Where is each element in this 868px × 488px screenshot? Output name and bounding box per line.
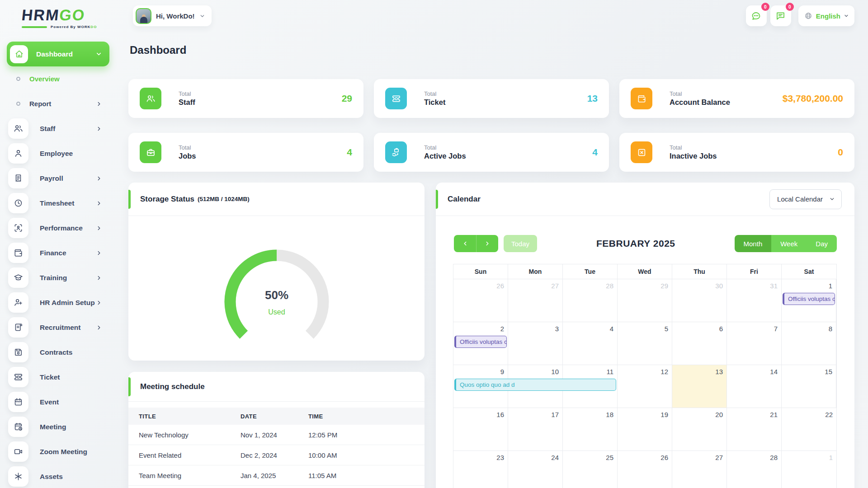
page-title: Dashboard — [130, 44, 186, 56]
chat-button[interactable]: 0 — [746, 5, 767, 26]
sidebar-item-zoom-meeting[interactable]: Zoom Meeting — [0, 439, 117, 464]
sidebar-item-timesheet[interactable]: Timesheet — [0, 191, 117, 216]
sidebar-item-assets[interactable]: Assets — [0, 464, 117, 488]
sidebar-item-performance[interactable]: Performance — [0, 216, 117, 240]
globe-icon — [804, 11, 813, 20]
calendar-day-cell[interactable]: 28 — [563, 279, 618, 322]
sidebar-item-training[interactable]: Training — [0, 265, 117, 290]
asterisk-icon — [8, 466, 28, 487]
calendar-week-row: 2324252627281 — [453, 450, 836, 488]
sidebar-item-recruitment[interactable]: Recruitment — [0, 315, 117, 340]
calendar-prev-button[interactable] — [454, 235, 476, 252]
language-selector[interactable]: English — [798, 5, 854, 26]
sidebar-item-event[interactable]: Event — [0, 389, 117, 414]
app-logo: HRMGO Powered By WORKDO — [22, 6, 97, 29]
sidebar-item-overview[interactable]: Overview — [0, 66, 117, 91]
calendar-day-cell[interactable]: 20 — [672, 408, 727, 450]
calendar-day-cell[interactable]: 15 — [782, 365, 836, 408]
chevron-right-icon — [484, 240, 491, 247]
sidebar-item-meeting[interactable]: Meeting — [0, 414, 117, 439]
calendar-day-cell[interactable]: 6 — [672, 322, 727, 365]
calendar-source-select[interactable]: Local Calendar — [769, 189, 842, 209]
chevron-right-icon — [96, 275, 102, 281]
sidebar-item-payroll[interactable]: Payroll — [0, 166, 117, 191]
sidebar-item-ticket[interactable]: Ticket — [0, 365, 117, 389]
stat-label: Inactive Jobs — [670, 152, 717, 160]
storage-subtitle: (512MB / 1024MB) — [198, 196, 250, 202]
calendar-day-cell[interactable]: 23 — [453, 451, 508, 488]
calendar-day-header: Wed — [618, 264, 672, 279]
calendar-view-month[interactable]: Month — [735, 235, 772, 252]
storage-title: Storage Status — [140, 195, 194, 204]
sidebar-item-label: Payroll — [40, 174, 63, 183]
sidebar-item-finance[interactable]: Finance — [0, 240, 117, 265]
calendar-day-cell[interactable]: 25 — [563, 451, 618, 488]
calendar-day-cell[interactable]: 31 — [727, 279, 782, 322]
calendar-event[interactable]: Officiis voluptas c — [454, 336, 507, 348]
users-icon — [8, 118, 28, 139]
calendar-day-cell[interactable]: 21 — [727, 408, 782, 450]
chevron-right-icon — [96, 324, 102, 331]
calendar-day-cell[interactable]: 28 — [727, 451, 782, 488]
calendar-day-cell[interactable]: 7 — [727, 322, 782, 365]
sidebar-item-contracts[interactable]: Contracts — [0, 340, 117, 365]
calendar-week-row: 2627282930311Officiis voluptas c — [453, 279, 836, 322]
calendar-day-cell[interactable]: 19 — [618, 408, 672, 450]
video-icon — [8, 441, 28, 462]
messages-button[interactable]: 0 — [770, 5, 791, 26]
calendar-day-cell[interactable]: 4 — [563, 322, 618, 365]
calendar-day-cell[interactable]: 27 — [508, 279, 563, 322]
calendar-day-header: Thu — [672, 264, 727, 279]
calendar-day-cell[interactable]: 18 — [563, 408, 618, 450]
calendar-today-button[interactable]: Today — [504, 235, 537, 252]
calendar-view-day[interactable]: Day — [807, 235, 837, 252]
sidebar-item-dashboard[interactable]: Dashboard — [7, 42, 109, 66]
calendar-week-row: 2345678Officiis voluptas c — [453, 322, 836, 365]
calendar-day-cell[interactable]: 17 — [508, 408, 563, 450]
meeting-schedule-panel: Meeting schedule TITLE DATE TIME New Tec… — [128, 372, 425, 488]
calendar-day-cell[interactable]: 27 — [672, 451, 727, 488]
calendar-day-cell[interactable]: 22 — [782, 408, 836, 450]
sidebar-item-label: Event — [40, 398, 59, 406]
header-actions: 0 0 English — [746, 5, 854, 26]
stat-label: Active Jobs — [424, 152, 466, 160]
calendar-event[interactable]: Officiis voluptas c — [783, 293, 835, 305]
calendar-day-cell[interactable]: 14 — [727, 365, 782, 408]
sidebar-item-employee[interactable]: Employee — [0, 141, 117, 166]
calendar-day-cell[interactable]: 13 — [672, 365, 727, 408]
calendar-day-cell[interactable]: 16 — [453, 408, 508, 450]
sidebar-item-label: Overview — [29, 75, 60, 83]
calendar-day-cell[interactable]: 24 — [508, 451, 563, 488]
calendar-day-cell[interactable]: 26 — [453, 279, 508, 322]
sidebar-item-label: Ticket — [40, 373, 60, 381]
sidebar-item-report[interactable]: Report — [0, 91, 117, 116]
sidebar: HRMGO Powered By WORKDO Dashboard Overvi… — [0, 0, 117, 488]
sidebar-item-staff[interactable]: Staff — [0, 116, 117, 141]
calendar-day-cell[interactable]: 29 — [618, 279, 672, 322]
calendar-day-cell[interactable]: 12 — [618, 365, 672, 408]
calendar-day-cell[interactable]: 5 — [618, 322, 672, 365]
calendar-day-header: Mon — [508, 264, 563, 279]
calendar-day-cell[interactable]: 1 — [782, 451, 836, 488]
stat-value: 4 — [347, 147, 352, 158]
calendar-event[interactable]: Quos optio quo ad d — [454, 379, 616, 391]
calendar-day-cell[interactable]: 8 — [782, 322, 836, 365]
logo-brand-do: DO — [90, 25, 97, 29]
meeting-table: TITLE DATE TIME New Technology Nov 1, 20… — [128, 408, 425, 486]
sidebar-item-label: HR Admin Setup — [40, 299, 95, 307]
calendar-view-week[interactable]: Week — [771, 235, 807, 252]
meeting-time: 11:05 AM — [308, 472, 425, 479]
sidebar-item-hr-admin-setup[interactable]: HR Admin Setup — [0, 290, 117, 315]
calendar-day-cell[interactable]: 26 — [618, 451, 672, 488]
chevron-left-icon — [462, 240, 468, 247]
sidebar-item-label: Recruitment — [40, 324, 80, 332]
calendar-day-cell[interactable]: 3 — [508, 322, 563, 365]
briefcase-icon — [140, 141, 161, 163]
storage-status-panel: Storage Status (512MB / 1024MB) 50% Used — [128, 183, 425, 361]
calendar-day-cell[interactable]: 30 — [672, 279, 727, 322]
calendar-next-button[interactable] — [476, 235, 498, 252]
stat-value: 13 — [587, 93, 598, 104]
ticket-icon — [385, 88, 407, 109]
user-menu[interactable]: Hi, WorkDo! — [133, 5, 212, 26]
bullet-circle-icon — [16, 102, 20, 106]
